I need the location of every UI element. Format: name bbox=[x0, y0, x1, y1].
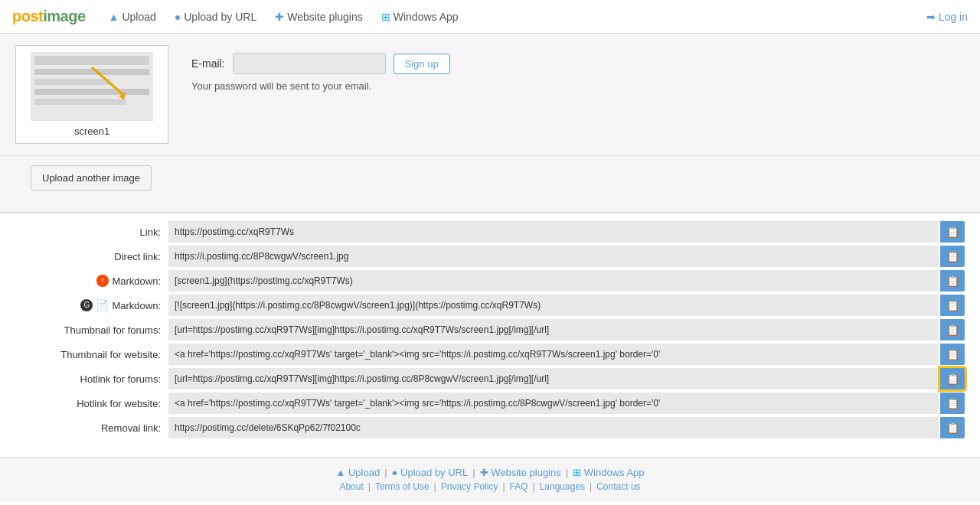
login-link[interactable]: ➡ Log in bbox=[926, 11, 968, 23]
footer-upload-label: Upload bbox=[348, 467, 380, 478]
link-row-8: Removal link: 📋 bbox=[15, 417, 965, 438]
footer-upload-icon: ▲ bbox=[335, 467, 345, 478]
svg-rect-5 bbox=[34, 99, 126, 105]
footer-windows-link[interactable]: ⊞ Windows App bbox=[573, 467, 644, 478]
link-label-6: Hotlink for forums: bbox=[15, 373, 168, 385]
link-row-5: Thumbnail for website: 📋 bbox=[15, 344, 965, 365]
footer-languages-link[interactable]: Languages bbox=[540, 481, 585, 492]
link-input-wrapper-5: 📋 bbox=[168, 344, 965, 365]
footer-about-link[interactable]: About bbox=[339, 481, 363, 492]
nav-plugins-label: Website plugins bbox=[287, 11, 363, 23]
link-row-7: Hotlink for website: 📋 bbox=[15, 393, 965, 414]
link-label-8: Removal link: bbox=[15, 422, 168, 434]
upload-another-section: Upload another image bbox=[0, 156, 980, 213]
link-input-8[interactable] bbox=[168, 417, 939, 438]
footer-url-label: Upload by URL bbox=[400, 467, 468, 478]
email-row: E-mail: Sign up bbox=[191, 53, 450, 74]
copy-button-7[interactable]: 📋 bbox=[940, 393, 965, 414]
link-input-0[interactable] bbox=[168, 221, 939, 243]
plugin-icon: ✚ bbox=[275, 11, 284, 23]
link-input-wrapper-8: 📋 bbox=[168, 417, 965, 438]
footer-globe-icon: ● bbox=[392, 467, 398, 478]
link-label-1: Direct link: bbox=[15, 251, 168, 262]
login-icon: ➡ bbox=[926, 11, 936, 23]
copy-button-8[interactable]: 📋 bbox=[940, 417, 965, 438]
signup-button[interactable]: Sign up bbox=[394, 54, 450, 74]
footer-links-row: ▲ Upload | ● Upload by URL | ✚ Website p… bbox=[9, 467, 971, 478]
copy-button-3[interactable]: 📋 bbox=[940, 295, 965, 316]
footer-plugin-icon: ✚ bbox=[480, 467, 488, 478]
footer-url-link[interactable]: ● Upload by URL bbox=[392, 467, 469, 478]
preview-svg bbox=[31, 52, 153, 121]
link-row-6: Hotlink for forums: 📋 bbox=[15, 368, 965, 389]
login-label: Log in bbox=[939, 11, 968, 23]
svg-rect-3 bbox=[34, 79, 111, 85]
globe-icon: ● bbox=[175, 11, 181, 23]
link-label-7: Hotlink for website: bbox=[15, 398, 168, 409]
image-preview-box: screen1 bbox=[15, 45, 168, 144]
copy-button-6-highlighted[interactable]: 📋 bbox=[940, 368, 965, 389]
footer-windows-label: Windows App bbox=[584, 467, 645, 478]
copy-button-5[interactable]: 📋 bbox=[940, 344, 965, 365]
footer-contact-link[interactable]: Contact us bbox=[596, 481, 640, 492]
link-label-text-7: Hotlink for website: bbox=[77, 398, 161, 409]
footer-plugins-link[interactable]: ✚ Website plugins bbox=[480, 467, 561, 478]
link-input-wrapper-6: 📋 bbox=[168, 368, 965, 389]
signup-area: E-mail: Sign up Your password will be se… bbox=[191, 45, 450, 92]
link-input-wrapper-2: 📋 bbox=[168, 270, 965, 292]
file-icon: 📄 bbox=[96, 299, 109, 311]
logo[interactable]: postimage bbox=[12, 8, 86, 25]
footer-sep-3: | bbox=[566, 467, 568, 478]
link-label-text-0: Link: bbox=[140, 226, 161, 238]
reddit-icon: r bbox=[96, 275, 109, 287]
link-input-wrapper-4: 📋 bbox=[168, 319, 965, 340]
footer-sep-1: | bbox=[384, 467, 387, 478]
email-input[interactable] bbox=[233, 53, 386, 74]
windows-icon: ⊞ bbox=[381, 11, 390, 23]
links-section: Link: 📋 Direct link: 📋 r Markdown: 📋 G bbox=[0, 213, 980, 449]
link-input-6[interactable] bbox=[168, 368, 939, 389]
footer-privacy-link[interactable]: Privacy Policy bbox=[441, 481, 498, 492]
link-input-7[interactable] bbox=[168, 393, 939, 414]
nav-website-plugins[interactable]: ✚ Website plugins bbox=[267, 6, 371, 28]
link-row-2: r Markdown: 📋 bbox=[15, 270, 965, 292]
footer: ▲ Upload | ● Upload by URL | ✚ Website p… bbox=[0, 457, 980, 501]
svg-rect-1 bbox=[34, 56, 149, 65]
link-label-2: r Markdown: bbox=[15, 275, 168, 287]
link-input-4[interactable] bbox=[168, 319, 939, 340]
upload-icon: ▲ bbox=[109, 11, 119, 23]
upload-section: screen1 E-mail: Sign up Your password wi… bbox=[0, 34, 980, 156]
footer-windows-icon: ⊞ bbox=[573, 467, 581, 478]
link-label-text-2: Markdown: bbox=[112, 275, 161, 287]
link-input-3[interactable] bbox=[168, 295, 939, 316]
upload-another-button[interactable]: Upload another image bbox=[31, 165, 152, 191]
link-label-text-1: Direct link: bbox=[114, 251, 161, 262]
footer-bottom-sep-2: | bbox=[434, 481, 436, 492]
nav-bar: ▲ Upload ● Upload by URL ✚ Website plugi… bbox=[101, 6, 926, 28]
password-note: Your password will be sent to your email… bbox=[191, 80, 450, 92]
email-label: E-mail: bbox=[191, 57, 225, 70]
copy-button-1[interactable]: 📋 bbox=[940, 246, 965, 267]
copy-button-2[interactable]: 📋 bbox=[940, 270, 965, 292]
link-input-wrapper-1: 📋 bbox=[168, 246, 965, 267]
link-row-4: Thumbnail for forums: 📋 bbox=[15, 319, 965, 340]
nav-upload-by-url[interactable]: ● Upload by URL bbox=[167, 6, 264, 28]
link-label-0: Link: bbox=[15, 226, 168, 238]
link-label-5: Thumbnail for website: bbox=[15, 349, 168, 360]
footer-upload-link[interactable]: ▲ Upload bbox=[335, 467, 380, 478]
footer-faq-link[interactable]: FAQ bbox=[510, 481, 528, 492]
copy-button-4[interactable]: 📋 bbox=[940, 319, 965, 340]
footer-terms-link[interactable]: Terms of Use bbox=[375, 481, 430, 492]
copy-button-0[interactable]: 📋 bbox=[940, 221, 965, 243]
nav-upload[interactable]: ▲ Upload bbox=[101, 6, 164, 28]
link-row-3: G 📄 Markdown: 📋 bbox=[15, 295, 965, 316]
link-input-1[interactable] bbox=[168, 246, 939, 267]
nav-windows-app[interactable]: ⊞ Windows App bbox=[374, 6, 466, 28]
link-input-2[interactable] bbox=[168, 270, 939, 292]
link-input-5[interactable] bbox=[168, 344, 939, 365]
footer-bottom-sep-4: | bbox=[533, 481, 535, 492]
footer-plugins-label: Website plugins bbox=[491, 467, 561, 478]
link-row-1: Direct link: 📋 bbox=[15, 246, 965, 267]
svg-rect-2 bbox=[34, 69, 149, 75]
link-label-text-8: Removal link: bbox=[101, 422, 161, 434]
